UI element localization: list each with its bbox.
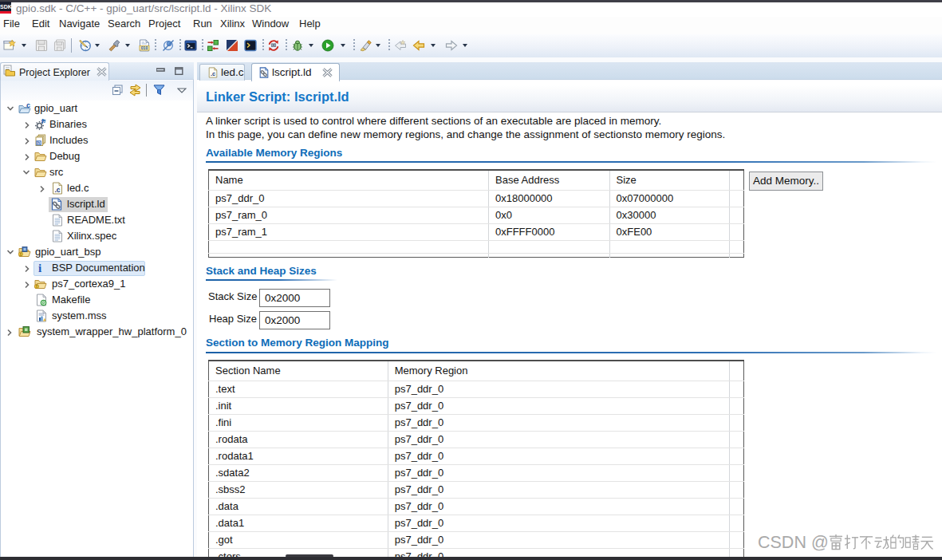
svg-text:.c: .c [54, 186, 60, 194]
svg-text:!: ! [36, 284, 37, 289]
svg-text:.c: .c [211, 70, 215, 77]
svg-text:010: 010 [141, 45, 148, 50]
svg-text:c: c [26, 102, 30, 109]
svg-text:!: ! [20, 252, 22, 257]
